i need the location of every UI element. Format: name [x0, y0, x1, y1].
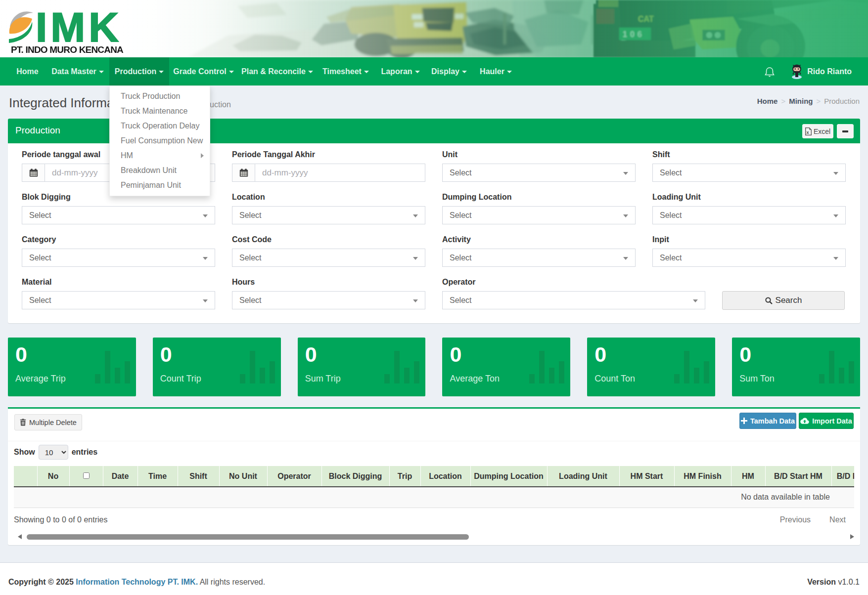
svg-text:PT. INDO MURO KENCANA: PT. INDO MURO KENCANA	[11, 44, 124, 55]
svg-text:x: x	[806, 129, 809, 134]
